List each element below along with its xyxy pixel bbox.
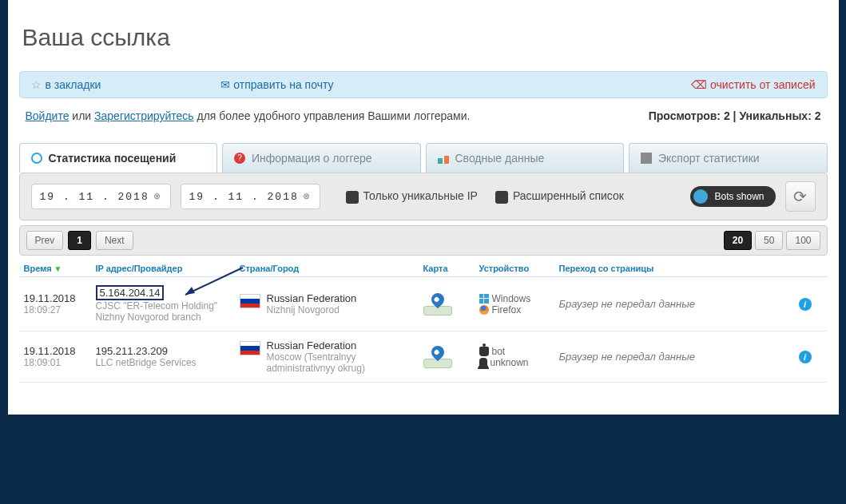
flag-ru-icon: [240, 341, 260, 355]
cell-time: 19.11.201818:09:27: [24, 292, 96, 315]
tab-summary[interactable]: Сводные данные: [426, 143, 625, 173]
table-row: 19.11.201818:09:01 195.211.23.209LLC net…: [19, 331, 828, 383]
refresh-icon: ⟳: [793, 187, 807, 206]
send-mail-link[interactable]: ✉ отправить на почту: [220, 78, 333, 91]
disk-icon: [641, 153, 652, 164]
prev-page-button[interactable]: Prev: [26, 231, 64, 250]
toggle-knob-icon: [693, 189, 708, 204]
visits-table: Время IP адрес/Провайдер Страна/Город Ка…: [19, 256, 828, 383]
clear-date-to-icon[interactable]: ⊗: [304, 190, 312, 203]
cell-referrer: Браузер не передал данные: [559, 351, 799, 363]
login-link[interactable]: Войдите: [26, 109, 70, 122]
checkbox-icon: [346, 191, 359, 204]
firefox-icon: [479, 305, 489, 315]
pagesize-20-button[interactable]: 20: [724, 231, 752, 250]
cell-map[interactable]: [423, 293, 479, 315]
cell-device: WindowsFirefox: [479, 293, 559, 315]
cell-time: 19.11.201818:09:01: [24, 345, 96, 368]
col-device[interactable]: Устройство: [479, 264, 559, 273]
question-icon: ?: [234, 153, 245, 164]
unknown-icon: [479, 358, 487, 367]
only-unique-checkbox[interactable]: Только уникальные IP: [346, 189, 478, 204]
chart-icon: [438, 153, 449, 164]
next-page-button[interactable]: Next: [96, 231, 133, 250]
tab-export[interactable]: Экспорт статистики: [629, 143, 828, 173]
pagesize-100-button[interactable]: 100: [786, 231, 820, 250]
col-map[interactable]: Карта: [423, 264, 479, 273]
filter-bar: 19 . 11 . 2018⊗ 19 . 11 . 2018⊗ Только у…: [19, 173, 828, 220]
star-icon: ☆: [31, 78, 42, 91]
windows-icon: [479, 294, 489, 304]
info-button[interactable]: i: [799, 298, 812, 311]
register-link[interactable]: Зарегистрируйтесь: [94, 109, 194, 122]
page-title: Ваша ссылка: [22, 24, 831, 51]
page-1-button[interactable]: 1: [68, 231, 91, 250]
pager-row: Prev 1 Next 20 50 100: [19, 225, 828, 256]
table-header: Время IP адрес/Провайдер Страна/Город Ка…: [19, 256, 828, 277]
login-hint-row: Войдите или Зарегистрируйтесь для более …: [16, 105, 831, 127]
date-to-input[interactable]: 19 . 11 . 2018⊗: [181, 184, 320, 209]
col-country[interactable]: Страна/Город: [240, 264, 423, 273]
table-row: 19.11.201818:09:27 5.164.204.14CJSC "ER-…: [19, 277, 828, 331]
tab-info[interactable]: ?Информация о логгере: [222, 143, 421, 173]
clear-date-from-icon[interactable]: ⊗: [154, 190, 162, 203]
col-time[interactable]: Время: [24, 264, 96, 273]
cell-country: Russian FederationMoscow (Tsentralnyy ad…: [240, 339, 423, 374]
tab-stats[interactable]: Статистика посещений: [19, 143, 218, 173]
bookmark-link[interactable]: ☆в закладки: [31, 78, 101, 91]
bot-icon: [479, 347, 489, 356]
actions-bar: ☆в закладки ✉ отправить на почту ⌫ очист…: [19, 71, 828, 98]
col-ref[interactable]: Переход со страницы: [559, 264, 799, 273]
cell-ip: 5.164.204.14CJSC "ER-Telecom Holding"Niz…: [96, 285, 240, 323]
bots-toggle[interactable]: Bots shown: [690, 186, 775, 207]
col-ip[interactable]: IP адрес/Провайдер: [96, 264, 240, 273]
map-pin-icon: [423, 346, 452, 368]
refresh-button[interactable]: ⟳: [785, 181, 816, 212]
view-counters: Просмотров: 2 | Уникальных: 2: [649, 109, 821, 122]
cell-device: botunknown: [479, 346, 559, 368]
date-from-input[interactable]: 19 . 11 . 2018⊗: [31, 184, 171, 209]
cell-country: Russian FederationNizhnij Novgorod: [240, 292, 423, 315]
target-icon: [31, 153, 42, 164]
clear-records-link[interactable]: ⌫ очистить от записей: [691, 78, 815, 91]
info-button[interactable]: i: [799, 351, 812, 363]
mail-icon: ✉: [220, 78, 233, 91]
extended-list-checkbox[interactable]: Расширенный список: [495, 189, 624, 204]
flag-ru-icon: [240, 294, 260, 308]
cell-referrer: Браузер не передал данные: [559, 298, 799, 310]
cell-ip: 195.211.23.209LLC netBridge Services: [96, 345, 240, 368]
eraser-icon: ⌫: [691, 78, 710, 91]
highlighted-ip: 5.164.204.14: [96, 285, 165, 300]
cell-map[interactable]: [423, 346, 479, 368]
pagesize-50-button[interactable]: 50: [755, 231, 783, 250]
map-pin-icon: [423, 293, 452, 315]
checkbox-icon: [495, 191, 508, 204]
tabs: Статистика посещений ?Информация о логге…: [19, 143, 828, 173]
main-container: Ваша ссылка ☆в закладки ✉ отправить на п…: [8, 0, 839, 415]
